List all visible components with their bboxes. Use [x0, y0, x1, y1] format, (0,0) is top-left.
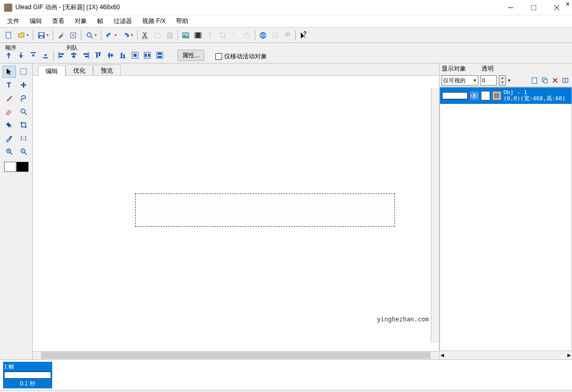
transparency-label: 透明: [481, 64, 494, 73]
tab-optimize[interactable]: 优化: [65, 64, 93, 75]
insert-image-button[interactable]: [180, 30, 191, 41]
redo-button[interactable]: ▾: [120, 30, 135, 41]
menu-help[interactable]: 帮助: [171, 16, 193, 27]
playback-toolbar: ▶ ■ ⏮ ⏴ 1/1 ⏵ ⏭ +: [0, 390, 572, 392]
align-right-button[interactable]: [80, 50, 92, 61]
move-active-only-checkbox[interactable]: 仅移动活动对象: [215, 52, 267, 61]
center-canvas-button[interactable]: [129, 50, 141, 61]
menu-videofx[interactable]: 视频 F/X: [137, 16, 171, 27]
distribute-v-button[interactable]: [154, 50, 165, 61]
preview-browser-button[interactable]: [257, 30, 269, 41]
align-bottom-button[interactable]: [117, 50, 128, 61]
new-object-icon[interactable]: [530, 76, 539, 85]
background-color[interactable]: [16, 162, 29, 172]
marquee-tool[interactable]: [17, 66, 30, 78]
eyedropper-tool[interactable]: [3, 132, 16, 144]
svg-rect-41: [83, 53, 88, 55]
visibility-select[interactable]: 仅可视的▼: [442, 75, 478, 85]
lasso-tool[interactable]: [17, 92, 30, 104]
align-center-v-button[interactable]: [105, 50, 116, 61]
tab-edit[interactable]: 编辑: [38, 65, 65, 76]
delete-object-icon[interactable]: [551, 76, 560, 85]
close-button[interactable]: [545, 1, 568, 15]
optimize-button[interactable]: [68, 30, 79, 41]
merge-object-icon[interactable]: [561, 76, 570, 85]
frame-card[interactable]: 1:帧 0.1 秒: [3, 362, 52, 388]
zoom-in-tool[interactable]: [3, 145, 16, 158]
cut-button[interactable]: [140, 30, 151, 41]
wizard-button[interactable]: [55, 30, 67, 41]
svg-rect-76: [544, 79, 547, 83]
pointer-tool[interactable]: [3, 66, 16, 78]
context-help-button[interactable]: ?: [298, 30, 309, 41]
new-file-button[interactable]: [3, 30, 14, 41]
svg-rect-18: [168, 32, 171, 34]
save-button[interactable]: ▾: [35, 30, 51, 41]
horizontal-scrollbar[interactable]: [33, 351, 439, 359]
svg-rect-53: [134, 54, 137, 57]
svg-rect-1: [531, 5, 536, 10]
arrange-toolbar: 顺序 列队 属性... 仅移动活动对象: [0, 43, 572, 63]
magnifier-tool[interactable]: [17, 105, 30, 118]
export-button[interactable]: [270, 30, 281, 41]
menu-object[interactable]: 对象: [70, 16, 92, 27]
duplicate-object-icon[interactable]: [540, 76, 549, 85]
fill-tool[interactable]: [3, 119, 16, 131]
crop-tool[interactable]: [17, 119, 30, 131]
object-flag-1[interactable]: [481, 91, 490, 100]
canvas-object[interactable]: [135, 193, 395, 227]
opacity-input[interactable]: 0: [480, 75, 497, 85]
maximize-button[interactable]: [522, 1, 545, 15]
paste-button[interactable]: [164, 30, 175, 41]
canvas-tab-bar: 编辑 优化 预览: [33, 63, 439, 76]
copy-button[interactable]: [152, 30, 163, 41]
minimize-button[interactable]: [499, 1, 522, 15]
align-top-button[interactable]: [93, 50, 104, 61]
svg-rect-74: [532, 78, 537, 83]
panel-close-icon[interactable]: ✕: [565, 1, 570, 8]
svg-rect-50: [121, 53, 122, 57]
menu-edit[interactable]: 编辑: [25, 16, 47, 27]
menu-view[interactable]: 查看: [47, 16, 70, 27]
svg-text:?: ?: [303, 31, 306, 36]
comment-button[interactable]: [282, 30, 293, 41]
properties-button[interactable]: 属性...: [178, 50, 204, 61]
open-file-button[interactable]: ▾: [15, 30, 31, 41]
menu-filter[interactable]: 过滤器: [108, 16, 137, 27]
svg-rect-59: [158, 56, 162, 58]
link-button[interactable]: [229, 30, 240, 41]
crop-button[interactable]: [217, 30, 228, 41]
insert-video-button[interactable]: [192, 30, 204, 41]
opacity-spinner[interactable]: ▲▼: [499, 75, 506, 85]
menu-file[interactable]: 文件: [2, 16, 25, 27]
insert-text-button[interactable]: T: [205, 30, 216, 41]
vertical-scrollbar[interactable]: [431, 88, 439, 343]
object-panel-scrollbar[interactable]: ◀▶: [439, 351, 572, 359]
object-list-item[interactable]: Obj - 1 (0,0)(宽:468,高:60): [440, 88, 571, 104]
brush-tool[interactable]: [3, 92, 16, 104]
object-flag-2[interactable]: [492, 91, 501, 100]
zoom-out-tool[interactable]: [17, 145, 30, 158]
svg-point-82: [473, 95, 475, 97]
visibility-toggle-icon[interactable]: [470, 91, 479, 100]
actual-size-tool[interactable]: 1:1: [17, 132, 30, 144]
svg-rect-51: [123, 54, 125, 57]
zoom-button[interactable]: ▾: [83, 30, 99, 41]
eraser-tool[interactable]: [3, 105, 16, 118]
object-info: Obj - 1 (0,0)(宽:468,高:60): [503, 90, 565, 102]
main-area: T 1:1 编辑 优化: [0, 63, 572, 359]
move-tool[interactable]: [17, 79, 30, 91]
undo-button[interactable]: ▾: [103, 30, 119, 41]
dropdown-icon[interactable]: ▾: [508, 78, 513, 83]
object-list: Obj - 1 (0,0)(宽:468,高:60): [439, 87, 572, 351]
duplicate-button[interactable]: [241, 30, 253, 41]
menu-frame[interactable]: 帧: [92, 16, 108, 27]
color-swatches[interactable]: [1, 162, 31, 172]
foreground-color[interactable]: [4, 162, 16, 172]
separator: [137, 30, 138, 40]
canvas-viewport[interactable]: yinghezhan.com: [33, 76, 439, 351]
distribute-h-button[interactable]: [142, 50, 153, 61]
text-tool[interactable]: T: [3, 79, 16, 91]
tab-preview[interactable]: 预览: [93, 64, 121, 75]
svg-rect-16: [156, 34, 160, 38]
